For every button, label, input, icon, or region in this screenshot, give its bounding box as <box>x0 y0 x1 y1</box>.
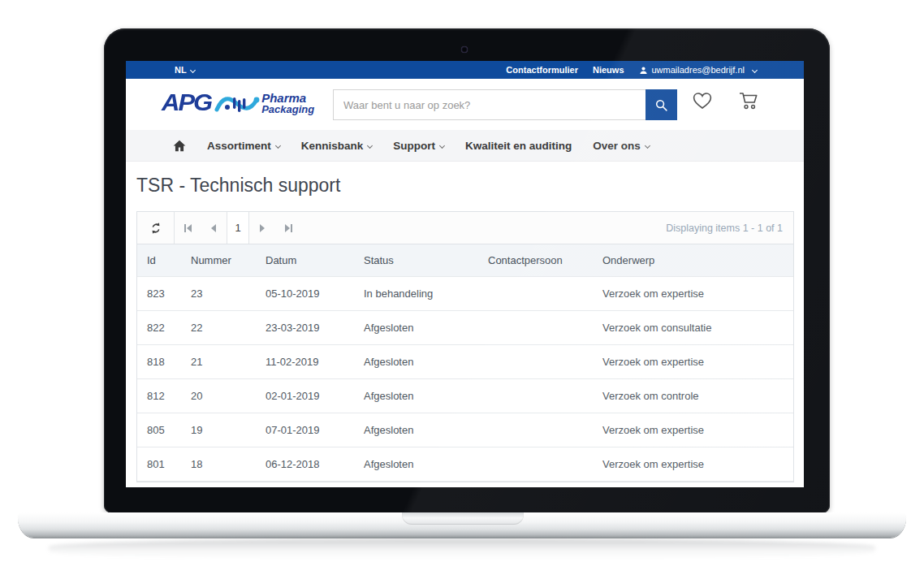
cell-onderwerp: Verzoek om expertise <box>593 413 793 447</box>
webcam-dot <box>461 46 468 53</box>
nav-label: Support <box>393 140 435 152</box>
cell-nummer: 19 <box>181 413 256 447</box>
table-row[interactable]: 812 20 02-01-2019 Afgesloten Verzoek om … <box>137 379 793 413</box>
search-button[interactable] <box>646 89 677 120</box>
cell-datum: 11-02-2019 <box>256 345 354 379</box>
chevron-down-icon <box>645 142 650 148</box>
laptop-lid: NL Contactformulier Nieuws uwmailadres@b… <box>104 28 830 513</box>
account-menu[interactable]: uwmailadres@bedrijf.nl <box>639 65 758 75</box>
dna-swoosh-icon <box>214 90 260 118</box>
site-topbar: NL Contactformulier Nieuws uwmailadres@b… <box>126 61 804 79</box>
cell-id: 822 <box>137 311 181 345</box>
page-content: TSR - Technisch support <box>126 162 804 482</box>
col-header-status[interactable]: Status <box>354 244 478 277</box>
logo-line2: Packaging <box>261 104 314 115</box>
refresh-button[interactable] <box>137 212 175 244</box>
account-email: uwmailadres@bedrijf.nl <box>652 65 745 75</box>
cell-nummer: 22 <box>181 311 256 345</box>
nav-item-over-ons[interactable]: Over ons <box>593 140 650 152</box>
cell-nummer: 21 <box>181 345 256 379</box>
cell-contactpersoon <box>478 413 593 447</box>
last-page-icon <box>285 224 290 232</box>
chevron-down-icon <box>190 67 196 72</box>
laptop-reflection <box>49 538 875 560</box>
nav-item-support[interactable]: Support <box>393 140 444 152</box>
nav-label: Assortiment <box>207 140 271 152</box>
nav-home[interactable] <box>173 140 186 152</box>
table-row[interactable]: 822 22 23-03-2019 Afgesloten Verzoek om … <box>137 311 793 345</box>
cart-button[interactable] <box>738 91 759 110</box>
cell-onderwerp: Verzoek om consultatie <box>593 311 793 345</box>
site-logo[interactable]: APG Pharma Packaging <box>162 87 314 118</box>
nav-label: Over ons <box>593 140 641 152</box>
logo-line1: Pharma <box>261 92 314 104</box>
cell-nummer: 23 <box>181 277 256 311</box>
pager-first-button[interactable] <box>175 212 201 244</box>
table-row[interactable]: 801 18 06-12-2018 Afgesloten Verzoek om … <box>137 447 793 482</box>
cell-onderwerp: Verzoek om expertise <box>593 345 793 379</box>
user-icon <box>639 66 648 75</box>
cell-datum: 23-03-2019 <box>256 311 354 345</box>
laptop-base-notch <box>402 512 524 525</box>
cell-contactpersoon <box>478 311 593 345</box>
table-row[interactable]: 818 21 11-02-2019 Afgesloten Verzoek om … <box>137 345 793 379</box>
pager-prev-button[interactable] <box>201 212 227 244</box>
language-label: NL <box>175 65 187 75</box>
cell-status: Afgesloten <box>354 413 478 447</box>
language-selector[interactable]: NL <box>175 65 195 75</box>
cell-status: In behandeling <box>354 277 478 311</box>
col-header-id[interactable]: Id <box>137 244 181 277</box>
search-input[interactable] <box>333 89 646 120</box>
cell-status: Afgesloten <box>354 447 478 482</box>
pager-last-button[interactable] <box>275 212 301 244</box>
cell-onderwerp: Verzoek om controle <box>593 379 793 413</box>
browser-screen: NL Contactformulier Nieuws uwmailadres@b… <box>126 61 804 487</box>
chevron-down-icon <box>367 142 373 148</box>
nav-item-kwaliteit-en-auditing[interactable]: Kwaliteit en auditing <box>465 140 572 152</box>
wishlist-button[interactable] <box>693 92 712 110</box>
refresh-icon <box>149 222 162 235</box>
cell-nummer: 18 <box>181 447 256 482</box>
cell-contactpersoon <box>478 345 593 379</box>
cell-datum: 06-12-2018 <box>256 447 354 482</box>
site-header: APG Pharma Packaging <box>126 79 804 130</box>
col-header-nummer[interactable]: Nummer <box>181 244 256 277</box>
cell-onderwerp: Verzoek om expertise <box>593 447 793 482</box>
cell-contactpersoon <box>478 447 593 482</box>
logo-acronym: APG <box>162 89 211 116</box>
cell-datum: 02-01-2019 <box>256 379 354 413</box>
cell-id: 823 <box>137 277 181 311</box>
cell-contactpersoon <box>478 379 593 413</box>
table-row[interactable]: 823 23 05-10-2019 In behandeling Verzoek… <box>137 277 793 311</box>
cell-contactpersoon <box>478 277 593 311</box>
main-nav: Assortiment Kennisbank Support Kwaliteit… <box>126 130 804 162</box>
contactformulier-link[interactable]: Contactformulier <box>506 65 578 75</box>
first-page-icon <box>187 224 192 232</box>
logo-wordmark: Pharma Packaging <box>261 92 314 115</box>
search-icon <box>654 98 668 112</box>
nieuws-link[interactable]: Nieuws <box>593 65 624 75</box>
chevron-down-icon <box>439 142 445 148</box>
col-header-contactpersoon[interactable]: Contactpersoon <box>478 244 593 277</box>
heart-icon <box>693 92 712 110</box>
pager-status: Displaying items 1 - 1 of 1 <box>666 223 793 234</box>
cell-datum: 07-01-2019 <box>256 413 354 447</box>
search-bar <box>333 89 677 120</box>
cell-nummer: 20 <box>181 379 256 413</box>
pager-next-button[interactable] <box>249 212 275 244</box>
cell-datum: 05-10-2019 <box>256 277 354 311</box>
col-header-datum[interactable]: Datum <box>256 244 354 277</box>
col-header-onderwerp[interactable]: Onderwerp <box>593 244 793 277</box>
laptop-base <box>18 512 906 538</box>
next-page-icon <box>260 224 265 232</box>
cell-onderwerp: Verzoek om expertise <box>593 277 793 311</box>
grid-pager: 1 Displaying items 1 - 1 of 1 <box>137 212 793 244</box>
nav-label: Kennisbank <box>301 140 364 152</box>
nav-item-assortiment[interactable]: Assortiment <box>207 140 280 152</box>
nav-item-kennisbank[interactable]: Kennisbank <box>301 140 373 152</box>
table-row[interactable]: 805 19 07-01-2019 Afgesloten Verzoek om … <box>137 413 793 447</box>
pager-current-page[interactable]: 1 <box>227 212 249 244</box>
page-title: TSR - Technisch support <box>136 175 794 197</box>
table-header-row: Id Nummer Datum Status Contactpersoon On… <box>137 244 793 277</box>
cell-id: 818 <box>137 345 181 379</box>
